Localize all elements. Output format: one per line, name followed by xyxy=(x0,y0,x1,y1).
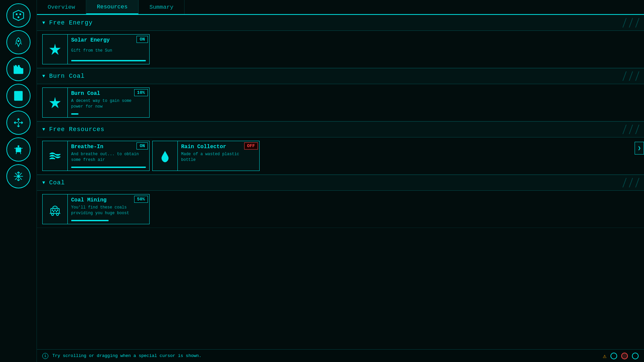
empty-space xyxy=(37,228,644,328)
card-desc-rain-collector: Made of a wasted plastic bottle xyxy=(181,152,256,163)
card-badge-solar[interactable]: ON xyxy=(137,36,148,43)
chevron-free-resources: ▼ xyxy=(42,127,45,132)
warning-triangle-icon: ⚠ xyxy=(603,352,606,360)
card-rain-collector[interactable]: Rain Collector Made of a wasted plastic … xyxy=(152,141,260,171)
sidebar-icon-blueprint[interactable] xyxy=(6,84,31,108)
card-icon-breathe-in xyxy=(43,141,68,171)
svg-point-41 xyxy=(53,211,54,212)
card-badge-breathe-in[interactable]: ON xyxy=(137,142,148,149)
svg-rect-9 xyxy=(18,65,19,67)
svg-line-22 xyxy=(16,152,16,154)
card-progress-burn-coal xyxy=(71,113,78,115)
svg-point-39 xyxy=(54,209,56,211)
statusbar-message: Try scrolling or dragging when a special… xyxy=(52,353,202,358)
card-desc-coal-mining: You'll find these coals providing you hu… xyxy=(71,205,146,216)
cards-row-free-resources: Breathe-In And breathe out... to obtain … xyxy=(37,137,644,175)
card-progress-coal-mining xyxy=(71,220,109,221)
sidebar-icon-robot[interactable] xyxy=(6,137,31,162)
section-coal: ▼ Coal xyxy=(37,175,644,228)
card-badge-rain-collector[interactable]: OFF xyxy=(244,142,258,149)
section-title-free-resources: Free Resources xyxy=(49,126,104,133)
svg-rect-7 xyxy=(19,70,20,73)
section-header-coal[interactable]: ▼ Coal xyxy=(37,175,644,191)
chevron-free-energy: ▼ xyxy=(42,20,45,25)
svg-point-3 xyxy=(17,16,19,18)
status-dot-error xyxy=(621,353,628,359)
card-solar-energy[interactable]: Solar Energy Gift from the Sun ON xyxy=(42,34,150,64)
svg-point-40 xyxy=(57,209,58,211)
svg-marker-34 xyxy=(49,97,61,108)
card-desc-burn-coal: A decent way to gain some power for now xyxy=(71,98,146,110)
sidebar xyxy=(0,0,37,362)
card-progress-breathe-in xyxy=(71,167,146,168)
svg-point-19 xyxy=(18,145,19,147)
svg-point-36 xyxy=(52,214,54,216)
card-burn-coal[interactable]: Burn Coal A decent way to gain some powe… xyxy=(42,87,150,118)
svg-marker-33 xyxy=(49,44,61,55)
status-dot-ok xyxy=(632,353,639,359)
card-icon-rain-collector xyxy=(153,141,178,171)
status-bar: i Try scrolling or dragging when a speci… xyxy=(37,349,644,362)
card-desc-breathe-in: And breathe out... to obtain some fresh … xyxy=(71,152,146,163)
svg-point-4 xyxy=(17,40,19,42)
sidebar-icon-factory[interactable] xyxy=(6,57,31,81)
svg-rect-6 xyxy=(15,70,17,73)
card-coal-mining[interactable]: Coal Mining You'll find these coals prov… xyxy=(42,194,150,224)
info-icon: i xyxy=(42,353,48,359)
cards-row-free-energy: Solar Energy Gift from the Sun ON xyxy=(37,31,644,68)
scroll-arrow-right[interactable]: ❯ xyxy=(635,142,644,155)
svg-point-28 xyxy=(17,175,19,177)
content-area: ▼ Free Energy Solar Ene xyxy=(37,15,644,349)
section-title-coal: Coal xyxy=(49,179,65,186)
card-progress-solar xyxy=(71,60,146,61)
tab-bar: Overview Resources Summary xyxy=(37,0,644,15)
card-badge-burn-coal[interactable]: 10% xyxy=(134,89,148,96)
card-title-solar: Solar Energy xyxy=(71,37,146,43)
svg-point-1 xyxy=(15,13,17,15)
svg-rect-16 xyxy=(17,149,18,150)
sidebar-icon-rocket[interactable] xyxy=(6,30,31,54)
statusbar-indicators: ⚠ xyxy=(603,352,639,360)
sidebar-icon-weapon[interactable] xyxy=(6,111,31,135)
sidebar-icon-hexagon[interactable] xyxy=(6,3,31,27)
svg-marker-0 xyxy=(13,10,23,21)
card-icon-burn-coal xyxy=(43,88,68,117)
section-header-free-energy[interactable]: ▼ Free Energy xyxy=(37,15,644,31)
svg-line-23 xyxy=(20,152,21,154)
tab-overview[interactable]: Overview xyxy=(37,0,86,14)
tab-summary[interactable]: Summary xyxy=(139,0,184,14)
svg-rect-8 xyxy=(15,65,16,67)
section-free-resources: ▼ Free Resources xyxy=(37,121,644,175)
svg-point-2 xyxy=(19,13,21,15)
status-dot-neutral xyxy=(610,353,617,359)
section-burn-coal: ▼ Burn Coal Burn Coal xyxy=(37,68,644,121)
sidebar-icon-snowflake[interactable] xyxy=(6,164,31,188)
section-header-free-resources[interactable]: ▼ Free Resources xyxy=(37,121,644,137)
section-title-burn-coal: Burn Coal xyxy=(49,73,85,79)
card-badge-coal-mining[interactable]: 50% xyxy=(134,196,148,203)
card-icon-coal-mining xyxy=(43,194,68,224)
card-icon-solar xyxy=(43,35,68,64)
tab-resources[interactable]: Resources xyxy=(86,0,139,14)
chevron-burn-coal: ▼ xyxy=(42,73,45,79)
svg-point-38 xyxy=(52,209,53,211)
section-title-free-energy: Free Energy xyxy=(49,19,93,26)
section-header-burn-coal[interactable]: ▼ Burn Coal xyxy=(37,68,644,84)
cards-row-burn-coal: Burn Coal A decent way to gain some powe… xyxy=(37,84,644,121)
card-desc-solar: Gift from the Sun xyxy=(71,48,146,54)
svg-rect-17 xyxy=(18,149,20,150)
chevron-coal: ▼ xyxy=(42,180,45,185)
svg-point-42 xyxy=(56,211,57,212)
svg-point-37 xyxy=(56,214,58,216)
main-panel: Overview Resources Summary ▼ Free Energy xyxy=(37,0,644,362)
card-breathe-in[interactable]: Breathe-In And breathe out... to obtain … xyxy=(42,141,150,171)
card-title-breathe-in: Breathe-In xyxy=(71,144,146,150)
cards-row-coal: Coal Mining You'll find these coals prov… xyxy=(37,191,644,228)
section-free-energy: ▼ Free Energy Solar Ene xyxy=(37,15,644,68)
